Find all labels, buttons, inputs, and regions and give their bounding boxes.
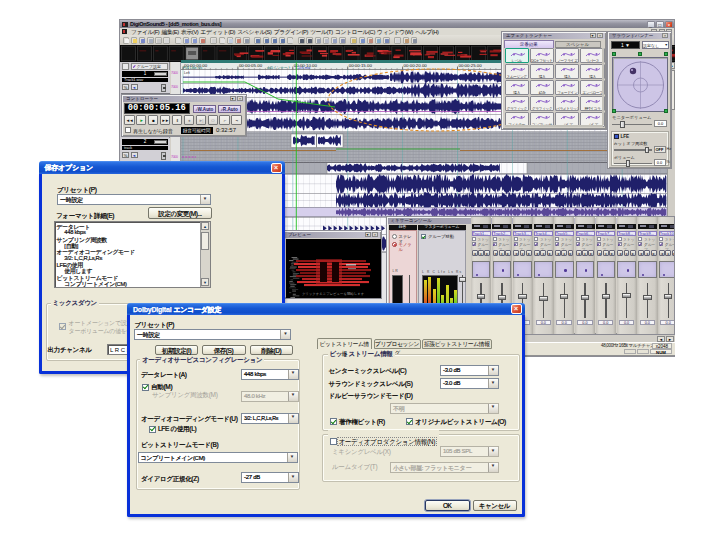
svg-text:クリックするとプレビューを開始します: クリックするとプレビューを開始します bbox=[301, 291, 364, 296]
svg-text:00:00:05.00: 00:00:05.00 bbox=[239, 63, 263, 68]
svg-text:00:00:25.00: 00:00:25.00 bbox=[459, 63, 483, 68]
svg-text:00:00:20.00: 00:00:20.00 bbox=[404, 63, 428, 68]
svg-text:Left: Left bbox=[184, 71, 190, 75]
svg-text:00:00:15.00: 00:00:15.00 bbox=[349, 63, 373, 68]
svg-text:dd5インサート: dd5インサート bbox=[267, 65, 291, 70]
